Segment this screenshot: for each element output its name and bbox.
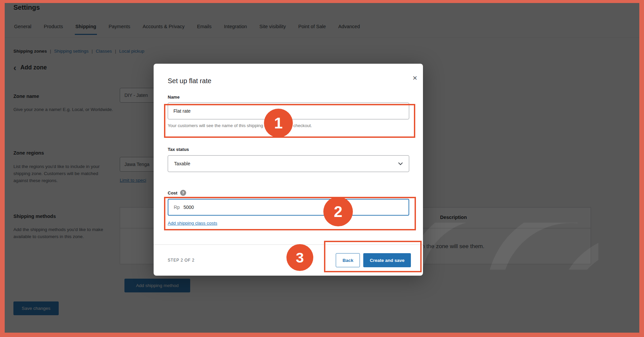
cost-field-group: Cost ? Rp Add shipping class costs <box>168 190 409 226</box>
close-icon[interactable]: ✕ <box>411 74 419 82</box>
tax-status-value: Taxable <box>174 161 398 166</box>
modal-title: Set up flat rate <box>168 77 211 85</box>
add-shipping-class-costs-link[interactable]: Add shipping class costs <box>168 221 217 226</box>
step-indicator: STEP 2 OF 2 <box>168 258 195 263</box>
cost-input-wrapper: Rp <box>168 199 409 216</box>
flat-rate-name-input[interactable] <box>168 103 409 119</box>
name-help-text: Your customers will see the name of this… <box>168 123 409 128</box>
name-field-group: Name Your customers will see the name of… <box>168 95 409 128</box>
tax-status-select[interactable]: Taxable <box>168 155 409 172</box>
cost-input[interactable] <box>183 205 403 210</box>
tax-status-group: Tax status Taxable <box>168 147 409 172</box>
modal-footer: STEP 2 OF 2 Back Create and save <box>154 244 423 276</box>
create-and-save-button[interactable]: Create and save <box>363 253 411 267</box>
back-button[interactable]: Back <box>336 253 360 267</box>
tax-status-label: Tax status <box>168 147 409 152</box>
name-label: Name <box>168 95 409 100</box>
help-icon[interactable]: ? <box>180 190 186 196</box>
screenshot-frame: Settings General Products Shipping Payme… <box>0 0 644 337</box>
currency-prefix: Rp <box>174 205 180 210</box>
cost-label: Cost <box>168 190 177 195</box>
setup-flat-rate-modal: Set up flat rate ✕ Name Your customers w… <box>154 64 423 276</box>
chevron-down-icon <box>398 162 403 165</box>
